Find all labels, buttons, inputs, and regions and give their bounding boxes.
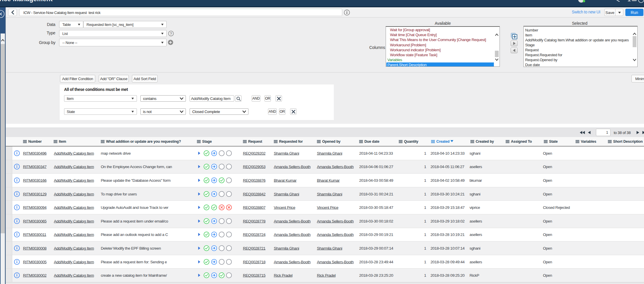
- svg-text:?: ?: [170, 31, 172, 36]
